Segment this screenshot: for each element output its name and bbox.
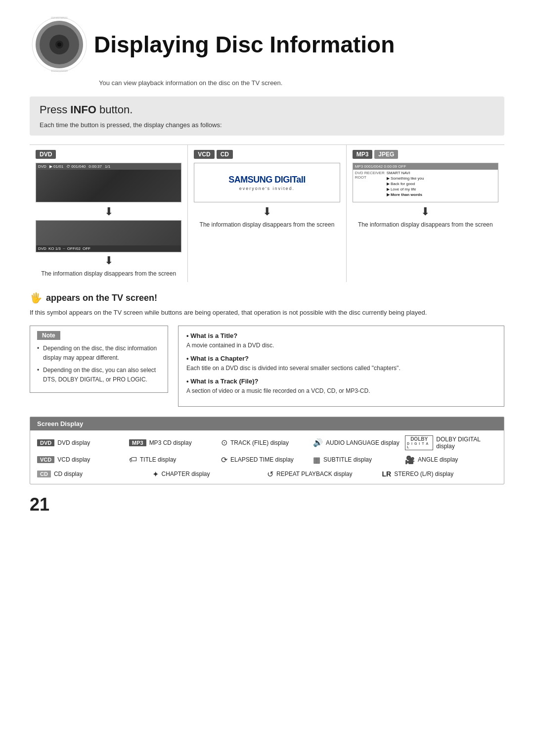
sd-subtitle-item: ▦ SUBTITLE display bbox=[313, 455, 405, 465]
samsung-sub: everyone's invited. bbox=[239, 186, 295, 191]
mp3-screen: MP3 0001/0042 0:00:09 OFF DVD RECEIVER R… bbox=[353, 163, 498, 202]
sd-mp3-label: MP3 CD display bbox=[149, 439, 192, 446]
elapsed-icon: ⟳ bbox=[221, 455, 227, 465]
dvd-arrow2: ⬇ bbox=[36, 254, 181, 267]
svg-point-5 bbox=[57, 43, 61, 47]
press-info-desc: Each time the button is pressed, the dis… bbox=[40, 121, 494, 129]
sd-angle-label: ANGLE display bbox=[418, 456, 458, 463]
vcd-badge: VCD bbox=[194, 150, 214, 159]
sd-cd-badge: CD bbox=[37, 471, 51, 477]
note-item-1: Depending on the disc, the disc informat… bbox=[37, 344, 161, 363]
lower-left: Note Depending on the disc, the disc inf… bbox=[30, 326, 168, 407]
page-number: 21 bbox=[30, 494, 504, 515]
sd-vcd-item: VCD VCD display bbox=[37, 456, 129, 463]
lower-two-col: Note Depending on the disc, the disc inf… bbox=[30, 326, 504, 407]
sd-chapter-label: CHAPTER display bbox=[162, 471, 210, 477]
subtitle-text: You can view playback information on the… bbox=[99, 79, 504, 87]
sd-audio-item: 🔊 AUDIO LANGUAGE display bbox=[313, 438, 405, 447]
samsung-logo-box: SAMSUNG DIGITall everyone's invited. bbox=[194, 163, 340, 202]
cd-badge: CD bbox=[217, 150, 233, 159]
sd-repeat-label: REPEAT PLAYBACK display bbox=[276, 471, 352, 477]
dvd-screen1: DVD▶ 01/01⏱ 001/0400:00:371/1 bbox=[36, 163, 181, 202]
angle-icon: 🎥 bbox=[405, 455, 415, 465]
sd-title-label: TITLE display bbox=[140, 456, 176, 463]
disc-icon: 010101010101 101010101010 bbox=[30, 15, 89, 74]
vcd-column: VCD CD SAMSUNG DIGITall everyone's invit… bbox=[188, 145, 346, 282]
dvd-column: DVD DVD▶ 01/01⏱ 001/0400:00:371/1 ⬇ DVDK… bbox=[30, 145, 188, 282]
sd-vcd-badge: VCD bbox=[37, 456, 54, 463]
sd-row-2: VCD VCD display 🏷 TITLE display ⟳ ELAPSE… bbox=[37, 455, 497, 465]
subtitle-icon: ▦ bbox=[313, 455, 320, 465]
sd-vcd-label: VCD display bbox=[57, 456, 90, 463]
mp3-badge-row: MP3 JPEG bbox=[353, 150, 498, 159]
dvd-screen1-topbar: DVD▶ 01/01⏱ 001/0400:00:371/1 bbox=[36, 163, 181, 170]
appears-desc: If this symbol appears on the TV screen … bbox=[30, 308, 504, 318]
mp3-caption: The information display disappears from … bbox=[353, 221, 498, 228]
header-section: 010101010101 101010101010 Displaying Dis… bbox=[30, 15, 504, 74]
note-item-2: Depending on the disc, you can also sele… bbox=[37, 366, 161, 384]
whatis-item-3: • What is a Track (File)? A section of v… bbox=[186, 378, 496, 395]
sd-title-item: 🏷 TITLE display bbox=[129, 455, 221, 464]
lr-icon: LR bbox=[382, 470, 392, 478]
dvd-screen2-bar: DVDKO 1/3⏤OFF/02OFF bbox=[36, 245, 181, 252]
sd-elapsed-label: ELAPSED TIME display bbox=[230, 456, 294, 463]
sd-stereo-label: STEREO (L/R) display bbox=[394, 471, 453, 477]
title-icon: 🏷 bbox=[129, 455, 137, 464]
sd-stereo-item: LR STEREO (L/R) display bbox=[382, 470, 497, 478]
repeat-icon: ↺ bbox=[267, 470, 273, 479]
note-list: Depending on the disc, the disc informat… bbox=[37, 344, 161, 385]
sd-chapter-item: ✦ CHAPTER display bbox=[152, 470, 267, 479]
note-box: Note Depending on the disc, the disc inf… bbox=[30, 326, 168, 393]
sd-cd-label: CD display bbox=[54, 471, 83, 477]
press-info-title: Press INFO button. bbox=[40, 103, 494, 116]
dvd-arrow1: ⬇ bbox=[36, 205, 181, 218]
sd-row-1: DVD DVD display MP3 MP3 CD display ⊙ TRA… bbox=[37, 435, 497, 450]
sd-track-label: TRACK (FILE) display bbox=[230, 439, 289, 446]
screen-display-wrapper: Screen Display DVD DVD display MP3 MP3 C… bbox=[30, 417, 504, 484]
sd-row-3: CD CD display ✦ CHAPTER display ↺ REPEAT… bbox=[37, 470, 497, 479]
sd-dvd-item: DVD DVD display bbox=[37, 439, 129, 446]
sd-dvd-label: DVD display bbox=[57, 439, 90, 446]
hand-icon: 🖐 bbox=[30, 292, 42, 304]
mp3-column: MP3 JPEG MP3 0001/0042 0:00:09 OFF DVD R… bbox=[347, 145, 504, 282]
sd-dolby-label: DOLBY DIGITAL display bbox=[436, 436, 497, 450]
dolby-box: DOLBY D I G I T A L bbox=[405, 435, 433, 450]
whatis-item-1: • What is a Title? A movie contained in … bbox=[186, 332, 496, 350]
sd-angle-item: 🎥 ANGLE display bbox=[405, 455, 497, 465]
sd-dolby-item: DOLBY D I G I T A L DOLBY DIGITAL displa… bbox=[405, 435, 497, 450]
mp3-screen-topbar: MP3 0001/0042 0:00:09 OFF bbox=[353, 163, 498, 170]
sd-cd-item: CD CD display bbox=[37, 471, 152, 477]
samsung-logo: SAMSUNG DIGITall bbox=[228, 175, 306, 185]
appears-section: 🖐 appears on the TV screen! If this symb… bbox=[30, 292, 504, 318]
sd-mp3-item: MP3 MP3 CD display bbox=[129, 439, 221, 446]
audio-icon: 🔊 bbox=[313, 438, 323, 447]
appears-title: 🖐 appears on the TV screen! bbox=[30, 292, 504, 304]
dvd-screen2: DVDKO 1/3⏤OFF/02OFF bbox=[36, 220, 181, 252]
chapter-icon: ✦ bbox=[152, 470, 159, 479]
press-info-box: Press INFO button. Each time the button … bbox=[30, 96, 504, 136]
sd-audio-label: AUDIO LANGUAGE display bbox=[326, 439, 400, 446]
note-label: Note bbox=[37, 331, 60, 340]
sd-repeat-item: ↺ REPEAT PLAYBACK display bbox=[267, 470, 382, 479]
vcd-badge-row: VCD CD bbox=[194, 150, 340, 159]
mp3-screen-body: DVD RECEIVER ROOT SMART NAVI ▶ Something… bbox=[353, 170, 498, 199]
dvd-caption: The information display disappears from … bbox=[36, 270, 181, 277]
screen-display-body: DVD DVD display MP3 MP3 CD display ⊙ TRA… bbox=[30, 430, 504, 484]
dvd-badge-row: DVD bbox=[36, 150, 181, 159]
lower-right: • What is a Title? A movie contained in … bbox=[178, 326, 504, 407]
page-title: Displaying Disc Information bbox=[94, 32, 395, 57]
svg-text:101010101010: 101010101010 bbox=[51, 69, 68, 72]
sd-track-item: ⊙ TRACK (FILE) display bbox=[221, 438, 313, 447]
whatis-box: • What is a Title? A movie contained in … bbox=[178, 326, 504, 407]
three-column-section: DVD DVD▶ 01/01⏱ 001/0400:00:371/1 ⬇ DVDK… bbox=[30, 144, 504, 282]
jpeg-badge: JPEG bbox=[374, 150, 398, 159]
mp3-badge: MP3 bbox=[353, 150, 373, 159]
sd-subtitle-label: SUBTITLE display bbox=[323, 456, 372, 463]
whatis-item-2: • What is a Chapter? Each title on a DVD… bbox=[186, 355, 496, 373]
vcd-arrow: ⬇ bbox=[194, 205, 340, 218]
track-icon: ⊙ bbox=[221, 438, 227, 447]
vcd-caption: The information display disappears from … bbox=[194, 221, 340, 228]
sd-mp3-badge: MP3 bbox=[129, 439, 146, 446]
dvd-badge: DVD bbox=[36, 150, 56, 159]
screen-display-header: Screen Display bbox=[30, 417, 504, 430]
